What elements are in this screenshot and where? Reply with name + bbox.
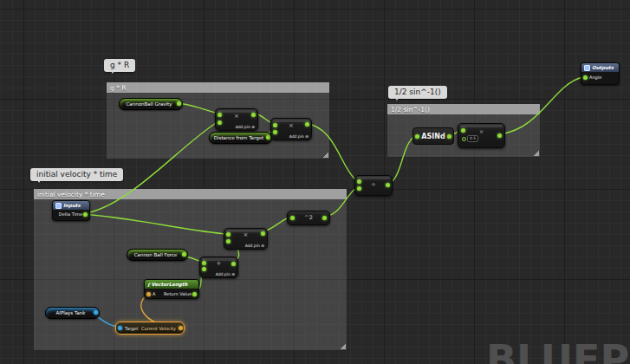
input-pin-a[interactable] [357, 179, 361, 184]
input-pin-b[interactable] [462, 137, 466, 141]
comment-bubble: initial velocity * time [30, 168, 123, 181]
add-pin-button[interactable]: Add pin ⊕ [236, 125, 255, 129]
comment-bubble: 1/2 sin^-1() [388, 86, 447, 99]
asind-node[interactable]: ASINd [412, 127, 454, 145]
node-title: Outputs [592, 65, 614, 70]
output-pin[interactable] [386, 183, 390, 187]
input-pin-a[interactable] [218, 113, 222, 117]
variable-node-cannon-ball-force[interactable]: Cannon Ball Force [127, 249, 188, 261]
output-pin-current-velocity[interactable] [179, 326, 183, 330]
output-pin[interactable] [497, 133, 502, 138]
comment-title[interactable]: g * R [107, 82, 329, 93]
pin-label: A [153, 291, 155, 296]
pin-label: Return Value [164, 291, 192, 296]
variable-node-cannonball-gravity[interactable]: CannonBall Gravity [119, 98, 183, 110]
output-pin-float[interactable] [182, 252, 186, 257]
comment-resize-handle[interactable] [323, 153, 328, 158]
comment-bubble: g * R [104, 59, 135, 72]
variable-node-aiplays-tank[interactable]: AIPlays Tank [45, 307, 100, 319]
variable-label: CannonBall Gravity [126, 101, 172, 107]
add-pin-button[interactable]: Add pin ⊕ [216, 272, 235, 276]
output-pin-float[interactable] [177, 101, 181, 106]
inputs-node[interactable]: Inputs Delta Time [52, 200, 90, 221]
node-title: VectorLength [152, 282, 188, 287]
pin-label: Target [125, 326, 138, 331]
comment-resize-handle[interactable] [534, 151, 539, 156]
variable-label: AIPlays Tank [56, 310, 86, 315]
pin-label: Angle [589, 75, 601, 80]
node-header: Outputs [581, 63, 619, 72]
output-pin[interactable] [231, 262, 236, 266]
vector-length-node[interactable]: f VectorLength A Return Value [144, 279, 199, 299]
input-pin-a[interactable] [461, 128, 465, 133]
graph-io-icon [55, 203, 62, 209]
blueprint-watermark: BLUEPRI [486, 340, 630, 364]
add-pin-button[interactable]: Add pin ⊕ [245, 244, 264, 248]
graph-io-icon [584, 65, 590, 71]
input-pin-b[interactable] [273, 130, 277, 134]
function-icon: f [147, 282, 150, 288]
multiply-half-node[interactable]: × 0.5 [458, 123, 505, 148]
input-pin-a-vector[interactable] [146, 292, 151, 296]
input-pin-b[interactable] [202, 267, 206, 271]
comment-title[interactable]: initial velocity * time [34, 189, 347, 199]
output-pin-delta-time[interactable] [83, 212, 88, 217]
node-highlight [460, 125, 503, 127]
input-pin-a[interactable] [273, 123, 277, 127]
variable-label: Cannon Ball Force [134, 252, 178, 257]
pin-label: Current Velocity [141, 326, 176, 331]
output-pin-object[interactable] [94, 310, 98, 315]
multiply-node[interactable]: × Add pin ⊕ [215, 108, 258, 131]
comment-title[interactable]: 1/2 sin^-1() [387, 104, 540, 114]
pin-label: Delta Time [59, 211, 82, 217]
output-pin[interactable] [322, 216, 327, 220]
output-pin[interactable] [305, 122, 309, 127]
node-header: Inputs [53, 201, 89, 210]
square-node[interactable]: ^2 [287, 211, 330, 225]
output-pin-return-value[interactable] [192, 292, 197, 296]
input-pin-target[interactable] [118, 326, 122, 330]
divide-node[interactable]: ÷ [354, 175, 393, 196]
add-pin-button[interactable]: Add pin ⊕ [289, 134, 309, 139]
outputs-node[interactable]: Outputs Angle [581, 62, 620, 85]
comment-resize-handle[interactable] [341, 344, 346, 349]
input-pin-a[interactable] [202, 261, 206, 265]
input-pin-b[interactable] [357, 186, 361, 191]
input-pin[interactable] [415, 134, 419, 139]
multiply-node[interactable]: × Add pin ⊕ [224, 228, 268, 250]
input-pin-b[interactable] [226, 239, 231, 244]
blueprint-graph-canvas[interactable]: BLUEPRI g * R initial velocity * time 1/… [0, 0, 630, 364]
input-pin-angle[interactable] [583, 75, 588, 80]
node-highlight [357, 177, 390, 179]
variable-node-distance-from-target[interactable]: Distance from Target [209, 132, 272, 144]
input-pin[interactable] [290, 216, 295, 220]
add-node[interactable]: + Add pin ⊕ [199, 257, 238, 278]
output-pin[interactable] [251, 113, 256, 117]
input-pin-b[interactable] [218, 120, 222, 125]
node-title: Inputs [63, 203, 81, 208]
node-header: f VectorLength [145, 280, 198, 289]
input-pin-a[interactable] [226, 232, 231, 237]
node-title: ASINd [421, 133, 445, 140]
output-pin[interactable] [447, 134, 451, 139]
get-current-velocity-node[interactable]: Target Current Velocity [115, 322, 185, 335]
multiply-node[interactable]: × Add pin ⊕ [270, 118, 312, 140]
variable-label: Distance from Target [214, 135, 263, 140]
output-pin[interactable] [261, 231, 265, 236]
default-value-field[interactable]: 0.5 [467, 135, 478, 142]
